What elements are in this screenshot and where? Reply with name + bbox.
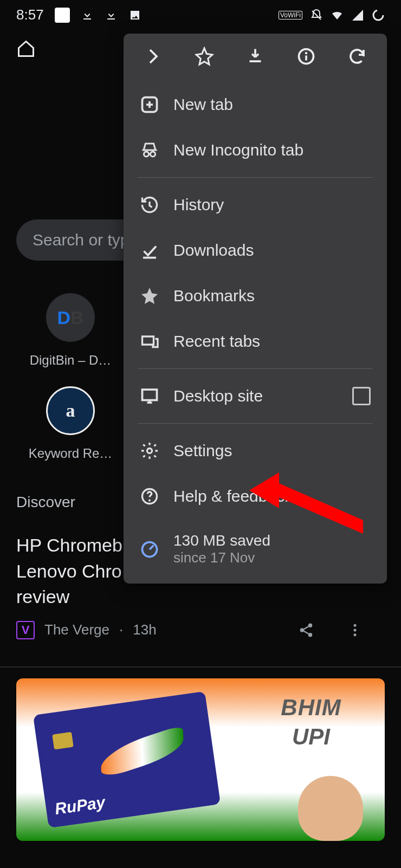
image-icon <box>128 9 141 22</box>
data-saved-since: since 17 Nov <box>173 549 270 566</box>
forward-icon[interactable] <box>144 47 163 66</box>
menu-history[interactable]: History <box>124 182 387 228</box>
menu-label: Downloads <box>173 241 254 260</box>
download-icon <box>105 9 118 22</box>
svg-point-12 <box>147 449 152 454</box>
data-saved-amount: 130 MB saved <box>173 532 270 549</box>
article-age: 13h <box>133 621 156 638</box>
menu-label: Settings <box>173 442 232 460</box>
menu-recent-tabs[interactable]: Recent tabs <box>124 319 387 364</box>
menu-desktop-site[interactable]: Desktop site <box>124 373 387 419</box>
gear-icon <box>140 441 159 461</box>
help-icon <box>140 487 159 506</box>
upi-text: UPI <box>292 724 330 750</box>
shortcut-label: DigitBin – D… <box>27 353 114 368</box>
svg-point-6 <box>354 629 357 631</box>
download-icon <box>81 9 94 22</box>
menu-downloads[interactable]: Downloads <box>124 228 387 273</box>
menu-label: Bookmarks <box>173 287 255 305</box>
source-badge: V <box>16 621 35 639</box>
gauge-icon <box>140 540 159 559</box>
divider <box>138 177 373 178</box>
mute-icon <box>310 9 323 22</box>
shortcut-icon: DB <box>46 293 95 342</box>
svg-point-4 <box>308 633 313 637</box>
home-icon[interactable] <box>16 39 36 59</box>
status-time: 8:57 <box>16 7 44 23</box>
article-meta: V The Verge · 13h <box>16 621 385 639</box>
svg-point-0 <box>373 10 383 20</box>
menu-incognito[interactable]: New Incognito tab <box>124 127 387 173</box>
menu-data-saved[interactable]: 130 MB saved since 17 Nov <box>124 519 387 579</box>
star-filled-icon <box>140 286 159 306</box>
svg-point-3 <box>300 628 305 632</box>
star-icon[interactable] <box>195 47 214 66</box>
svg-point-14 <box>148 500 151 502</box>
overflow-menu: New tab New Incognito tab History Downlo… <box>124 34 387 584</box>
menu-label: Recent tabs <box>173 332 260 351</box>
svg-point-5 <box>354 624 357 627</box>
article-source: The Verge <box>44 621 109 638</box>
menu-toolbar <box>124 34 387 80</box>
divider <box>138 423 373 424</box>
svg-point-9 <box>305 52 308 55</box>
shortcut-label: Keyword Re… <box>27 446 114 461</box>
divider <box>138 368 373 369</box>
search-placeholder: Search or typ <box>33 231 129 249</box>
plus-box-icon <box>140 95 159 114</box>
signal-icon <box>351 9 364 22</box>
wifi-icon <box>331 9 344 22</box>
menu-label: New tab <box>173 95 233 114</box>
devices-icon <box>140 332 159 351</box>
bhim-text: BHIM <box>281 695 341 721</box>
vowifi-icon: VoWiFi <box>279 11 302 20</box>
incognito-icon <box>140 140 159 160</box>
shortcut-icon: a <box>46 386 95 435</box>
menu-label: New Incognito tab <box>173 141 303 159</box>
download-done-icon <box>140 241 159 260</box>
menu-label: Desktop site <box>173 387 263 405</box>
info-icon[interactable] <box>296 47 316 66</box>
svg-point-2 <box>308 623 313 627</box>
more-icon[interactable] <box>347 622 363 638</box>
menu-help[interactable]: Help & feedback <box>124 474 387 519</box>
history-icon <box>140 195 159 215</box>
menu-new-tab[interactable]: New tab <box>124 82 387 127</box>
svg-point-7 <box>354 633 357 636</box>
loading-icon <box>372 9 385 22</box>
rupay-card: RuPay <box>33 691 221 828</box>
checkbox[interactable] <box>352 387 371 405</box>
shortcut-digitbin[interactable]: DB DigitBin – D… <box>27 293 114 368</box>
desktop-icon <box>140 386 159 406</box>
divider <box>0 666 401 668</box>
download-icon[interactable] <box>245 47 265 66</box>
app-icon <box>55 8 70 23</box>
refresh-icon[interactable] <box>347 47 367 66</box>
ad-card[interactable]: RuPay BHIM UPI <box>16 678 385 841</box>
svg-rect-11 <box>143 390 157 400</box>
shortcut-keyword[interactable]: a Keyword Re… <box>27 386 114 461</box>
menu-label: History <box>173 196 224 214</box>
status-bar: 8:57 VoWiFi <box>0 0 401 30</box>
share-icon[interactable] <box>298 622 314 638</box>
menu-bookmarks[interactable]: Bookmarks <box>124 273 387 319</box>
menu-label: Help & feedback <box>173 487 293 506</box>
menu-settings[interactable]: Settings <box>124 428 387 474</box>
face-graphic <box>298 776 363 841</box>
